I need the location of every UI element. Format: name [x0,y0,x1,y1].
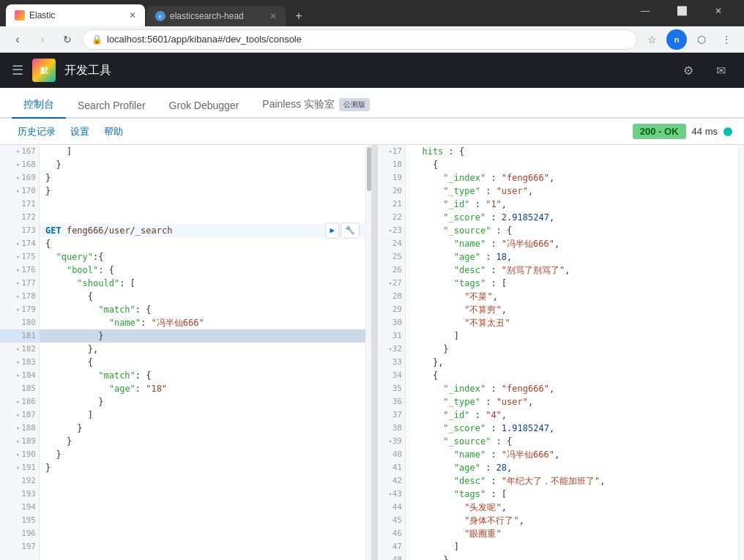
line-num-172: 172 [0,211,39,224]
code-line-187: ] [40,408,365,422]
line-num-179: ▾179 [0,303,39,316]
url-bar[interactable]: 🔒 localhost:5601/app/kibana#/dev_tools/c… [82,29,637,50]
tab-grok-debugger[interactable]: Grok Debugger [157,92,251,119]
code-line-177: "should": [ [40,277,365,290]
more-options-icon[interactable]: ⋮ [716,29,737,50]
result-line-21: "_id" : "1", [406,198,738,211]
history-button[interactable]: 历史记录 [12,122,62,141]
rln-37: 37 [378,408,405,422]
url-text: localhost:5601/app/kibana#/dev_tools/con… [107,34,302,45]
result-line-numbers: ▾17 18 19 20 21 22 ▾23 24 25 26 ▾27 28 2… [378,145,406,560]
maximize-button[interactable]: ⬜ [665,0,699,22]
result-line-43: "tags" : [ [406,488,738,501]
result-line-37: "_id" : "4", [406,408,738,422]
result-line-29: "不算穷", [406,303,738,316]
tab-search-profiler[interactable]: Search Profiler [66,92,157,119]
minimize-button[interactable]: — [628,0,662,22]
code-line-179: "match": { [40,303,365,316]
rln-46: 46 [378,527,405,540]
rln-23: ▾23 [378,224,405,237]
wrench-button[interactable]: 🔧 [341,223,360,239]
line-num-186: ▾186 [0,395,39,408]
back-button[interactable]: ‹ [7,29,28,50]
rln-28: 28 [378,290,405,303]
rln-44: 44 [378,501,405,514]
result-line-17: hits : { [406,145,738,158]
bookmark-icon[interactable]: ☆ [641,29,662,50]
code-line-178: { [40,290,365,303]
line-num-175: ▾175 [0,250,39,264]
painless-badge: 公测版 [339,98,370,111]
settings-button[interactable]: 设置 [64,122,95,141]
rln-34: 34 [378,369,405,382]
result-line-39: "_source" : { [406,435,738,448]
rln-36: 36 [378,395,405,408]
panel-divider[interactable]: ⋮ [372,145,378,560]
result-line-27: "tags" : [ [406,277,738,290]
code-editor[interactable]: ] } } } GET feng666/user/_search ▶ 🔧 { "… [40,145,365,560]
tab-elastic-close[interactable]: ✕ [129,10,136,20]
result-code: hits : { { "_index" : "feng666", "_type"… [406,145,738,560]
response-indicator [723,127,732,136]
rln-18: 18 [378,158,405,171]
code-line-185: "age": "18" [40,382,365,395]
line-num-176: ▾176 [0,264,39,277]
code-line-183: { [40,356,365,369]
kibana-header: ☰ 默 开发工具 ⚙ ✉ [0,53,744,88]
line-numbers: ▾167 ▾168 ▾169 ▾170 171 172 173 ▾174 ▾17… [0,145,40,560]
browser-tab-head[interactable]: e elasticsearch-head ✕ [146,6,286,26]
line-num-178: ▾178 [0,290,39,303]
kibana-logo: 默 [32,59,56,82]
code-line-190: } [40,448,365,461]
code-line-175: "query":{ [40,250,365,264]
rln-42: 42 [378,474,405,488]
rln-20: 20 [378,184,405,198]
hamburger-menu[interactable]: ☰ [12,62,23,78]
reload-button[interactable]: ↻ [57,29,78,50]
new-tab-button[interactable]: + [289,6,309,26]
result-line-38: "_score" : 1.9185247, [406,422,738,435]
rln-41: 41 [378,461,405,474]
close-window-button[interactable]: ✕ [702,0,735,22]
browser-profile-icon[interactable]: n [666,29,687,50]
elastic-favicon [15,10,25,20]
browser-titlebar: Elastic ✕ e elasticsearch-head ✕ + — ⬜ ✕ [0,0,744,26]
line-num-170: ▾170 [0,184,39,198]
notifications-icon[interactable]: ✉ [709,59,732,82]
code-line-197 [40,540,365,553]
tab-painless[interactable]: Painless 实验室 公测版 [250,91,382,119]
tab-console[interactable]: 控制台 [12,91,66,119]
settings-icon[interactable]: ⚙ [677,59,700,82]
result-line-24: "name" : "冯半仙666", [406,237,738,250]
result-line-20: "_type" : "user", [406,184,738,198]
line-num-187: ▾187 [0,408,39,422]
tab-head-close[interactable]: ✕ [269,11,277,21]
line-num-180: 180 [0,316,39,329]
code-line-167: ] [40,145,365,158]
rln-22: 22 [378,211,405,224]
line-num-173: 173 [0,224,39,237]
result-line-22: "_score" : 2.9185247, [406,211,738,224]
editor-scrollbar[interactable] [365,145,371,560]
editor-panel[interactable]: ▾167 ▾168 ▾169 ▾170 171 172 173 ▾174 ▾17… [0,145,372,560]
rln-40: 40 [378,448,405,461]
result-line-26: "desc" : "别骂了别骂了", [406,264,738,277]
kibana-app-title: 开发工具 [64,63,111,78]
help-button[interactable]: 帮助 [98,122,129,141]
line-num-190: ▾190 [0,448,39,461]
rln-25: 25 [378,250,405,264]
browser-tab-elastic[interactable]: Elastic ✕ [6,4,145,26]
run-button[interactable]: ▶ [325,223,339,239]
result-line-40: "name" : "冯半仙666", [406,448,738,461]
line-num-195: 195 [0,514,39,527]
rln-19: 19 [378,171,405,184]
result-panel: ▾17 18 19 20 21 22 ▾23 24 25 26 ▾27 28 2… [378,145,744,560]
result-line-42: "desc" : "年纪大了，不能加班了", [406,474,738,488]
extensions-icon[interactable]: ⬡ [691,29,712,50]
code-line-184: "match": { [40,369,365,382]
result-scrollbar[interactable] [738,145,744,560]
forward-button[interactable]: › [32,29,53,50]
rln-17: ▾17 [378,145,405,158]
code-line-193 [40,488,365,501]
rln-30: 30 [378,316,405,329]
